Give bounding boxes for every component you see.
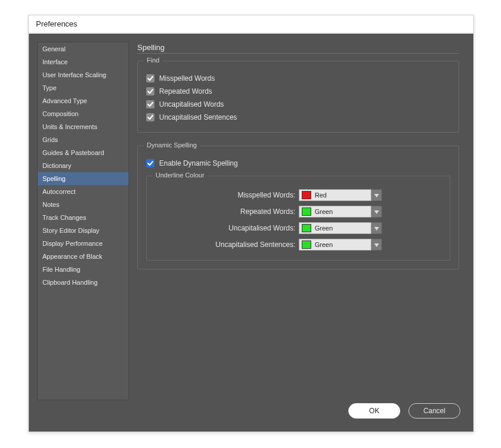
- ok-button[interactable]: OK: [348, 403, 400, 419]
- colour-swatch: [302, 241, 311, 249]
- colour-name: Red: [315, 192, 327, 199]
- sidebar-item-display-performance[interactable]: Display Performance: [38, 237, 128, 250]
- enable-dynamic-spelling-label: Enable Dynamic Spelling: [159, 159, 238, 167]
- colour-dropdown[interactable]: Green: [299, 222, 382, 234]
- sidebar-item-user-interface-scaling[interactable]: User Interface Scaling: [38, 68, 128, 81]
- sidebar-item-clipboard-handling[interactable]: Clipboard Handling: [38, 276, 128, 289]
- colour-name: Green: [315, 225, 333, 232]
- dropdown-toggle[interactable]: [371, 206, 382, 218]
- underline-colour-row: Misspelled Words:Red: [155, 187, 441, 203]
- sidebar-item-units-increments[interactable]: Units & Increments: [38, 120, 128, 133]
- checkbox[interactable]: [146, 87, 154, 95]
- checkbox[interactable]: [146, 113, 154, 121]
- underline-colour-label: Uncapitalised Sentences:: [155, 241, 299, 249]
- colour-swatch: [302, 224, 311, 232]
- underline-colour-row: Repeated Words:Green: [155, 203, 441, 220]
- chevron-down-icon: [374, 207, 379, 216]
- sidebar-item-autocorrect[interactable]: Autocorrect: [38, 185, 128, 198]
- sidebar-item-appearance-of-black[interactable]: Appearance of Black: [38, 250, 128, 263]
- colour-dropdown[interactable]: Red: [299, 189, 382, 201]
- group-dynamic-spelling: Dynamic Spelling Enable Dynamic Spelling…: [137, 146, 459, 269]
- colour-name: Green: [315, 208, 333, 215]
- find-option-row[interactable]: Uncapitalised Sentences: [146, 111, 450, 124]
- colour-dropdown[interactable]: Green: [299, 239, 382, 251]
- checkbox[interactable]: [146, 74, 154, 83]
- cancel-button[interactable]: Cancel: [408, 403, 460, 419]
- panel-title: Spelling: [137, 43, 459, 54]
- panel-main: Spelling Find Misspelled WordsRepeated W…: [129, 42, 465, 400]
- colour-name: Green: [315, 241, 333, 248]
- sidebar-item-type[interactable]: Type: [38, 81, 128, 94]
- group-underline-legend: Underline Colour: [153, 172, 207, 179]
- underline-colour-row: Uncapitalised Sentences:Green: [155, 236, 441, 253]
- colour-swatch-frame[interactable]: Green: [299, 222, 371, 234]
- colour-swatch-frame[interactable]: Green: [299, 206, 371, 218]
- group-dynamic-legend: Dynamic Spelling: [144, 141, 200, 149]
- find-option-row[interactable]: Repeated Words: [146, 85, 450, 98]
- sidebar-item-composition[interactable]: Composition: [38, 107, 128, 120]
- sidebar-item-track-changes[interactable]: Track Changes: [38, 211, 128, 224]
- sidebar-item-story-editor-display[interactable]: Story Editor Display: [38, 224, 128, 237]
- dropdown-toggle[interactable]: [371, 189, 382, 201]
- find-option-label: Uncapitalised Sentences: [159, 113, 237, 121]
- dropdown-toggle[interactable]: [371, 222, 382, 234]
- sidebar-item-dictionary[interactable]: Dictionary: [38, 159, 128, 172]
- chevron-down-icon: [374, 241, 379, 249]
- chevron-down-icon: [374, 224, 379, 232]
- underline-colour-label: Misspelled Words:: [155, 191, 299, 199]
- colour-swatch: [302, 191, 311, 199]
- colour-dropdown[interactable]: Green: [299, 206, 382, 218]
- sidebar-item-grids[interactable]: Grids: [38, 133, 128, 146]
- dropdown-toggle[interactable]: [371, 239, 382, 251]
- find-option-label: Repeated Words: [159, 87, 212, 95]
- find-option-row[interactable]: Uncapitalised Words: [146, 98, 450, 111]
- dialog-buttons: OK Cancel: [348, 403, 460, 419]
- find-option-label: Misspelled Words: [159, 74, 215, 83]
- underline-colour-label: Repeated Words:: [155, 207, 299, 216]
- dialog-title: Preferences: [29, 15, 473, 33]
- chevron-down-icon: [374, 191, 379, 199]
- checkbox[interactable]: [146, 100, 154, 108]
- sidebar-item-interface[interactable]: Interface: [38, 55, 128, 68]
- colour-swatch-frame[interactable]: Green: [299, 239, 371, 251]
- group-underline-colour: Underline Colour Misspelled Words:RedRep…: [146, 176, 450, 261]
- group-find-legend: Find: [144, 57, 162, 64]
- group-find: Find Misspelled WordsRepeated WordsUncap…: [137, 61, 459, 133]
- dialog-body: GeneralInterfaceUser Interface ScalingTy…: [29, 34, 473, 431]
- sidebar-item-notes[interactable]: Notes: [38, 198, 128, 211]
- enable-dynamic-spelling-row[interactable]: Enable Dynamic Spelling: [146, 157, 450, 170]
- category-sidebar: GeneralInterfaceUser Interface ScalingTy…: [37, 42, 129, 400]
- checkbox-enable-dynamic-spelling[interactable]: [146, 159, 154, 167]
- sidebar-item-advanced-type[interactable]: Advanced Type: [38, 94, 128, 107]
- find-option-label: Uncapitalised Words: [159, 100, 224, 108]
- colour-swatch: [302, 207, 311, 216]
- colour-swatch-frame[interactable]: Red: [299, 189, 371, 201]
- underline-colour-row: Uncapitalised Words:Green: [155, 220, 441, 236]
- sidebar-item-file-handling[interactable]: File Handling: [38, 263, 128, 276]
- sidebar-item-guides-pasteboard[interactable]: Guides & Pasteboard: [38, 146, 128, 159]
- sidebar-item-general[interactable]: General: [38, 42, 128, 55]
- preferences-dialog: Preferences GeneralInterfaceUser Interfa…: [28, 15, 474, 432]
- underline-colour-label: Uncapitalised Words:: [155, 224, 299, 232]
- sidebar-item-spelling[interactable]: Spelling: [38, 172, 128, 185]
- find-option-row[interactable]: Misspelled Words: [146, 72, 450, 85]
